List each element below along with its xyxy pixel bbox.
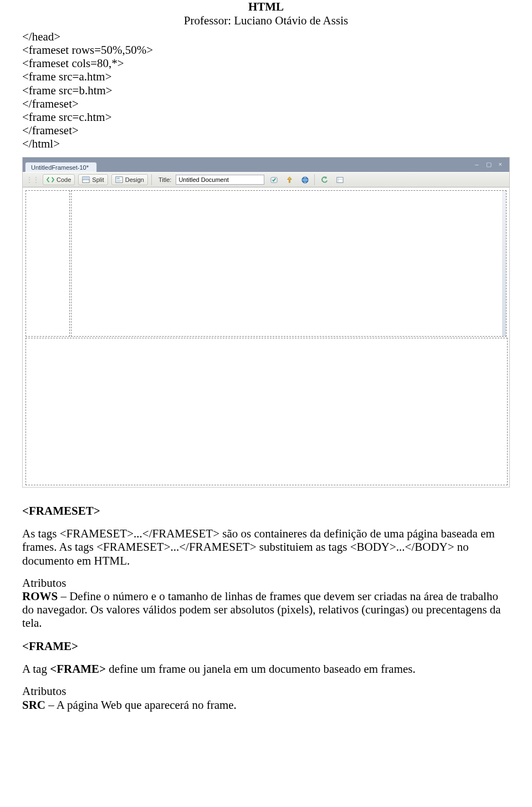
attributes-label: Atributos [22, 576, 66, 590]
view-options-icon [336, 176, 344, 184]
frame-a[interactable] [25, 190, 70, 337]
svg-rect-1 [83, 177, 89, 179]
toolbar: ⋮⋮ Code Split Design Title: [23, 172, 509, 187]
frameset-row-top [25, 190, 507, 337]
frameset-preview [25, 190, 507, 485]
preview-browser-button[interactable] [299, 174, 311, 185]
frame-b[interactable] [71, 190, 507, 337]
code-icon [47, 176, 54, 184]
upload-icon [285, 176, 294, 184]
frame-attributes: Atributos SRC – A página Web que aparece… [22, 684, 510, 711]
document-tab[interactable]: UntitledFrameset-10* [25, 162, 97, 172]
frameset-paragraph-1: As tags <FRAMESET>...</FRAMESET> são os … [22, 527, 510, 567]
frame-p1-c: define um frame ou janela em um document… [106, 662, 416, 676]
frame-paragraph-1: A tag <FRAME> define um frame ou janela … [22, 662, 510, 676]
attributes-label-2: Atributos [22, 684, 66, 698]
window-controls[interactable]: – ▢ × [475, 161, 505, 168]
refresh-icon [320, 176, 329, 184]
page-title: HTML [22, 0, 510, 14]
frame-c[interactable] [25, 338, 508, 485]
design-view-button[interactable]: Design [111, 174, 148, 185]
document-tab-label: UntitledFrameset-10* [31, 164, 89, 171]
rows-text: – Define o número e o tamanho de linhas … [22, 590, 501, 630]
frameset-attributes: Atributos ROWS – Define o número e o tam… [22, 576, 510, 630]
svg-rect-9 [337, 177, 343, 182]
design-view-label: Design [125, 176, 144, 183]
src-text: – A página Web que aparecerá no frame. [45, 698, 237, 712]
code-block: </head> <frameset rows=50%,50%> <framese… [22, 30, 510, 150]
upload-button[interactable] [283, 174, 295, 185]
frameset-heading: <FRAMESET> [22, 504, 510, 518]
svg-rect-3 [116, 177, 122, 183]
svg-rect-6 [116, 181, 120, 182]
split-view-button[interactable]: Split [78, 174, 108, 185]
document-tabbar: UntitledFrameset-10* – ▢ × [23, 158, 509, 172]
check-markup-icon [270, 176, 278, 184]
toolbar-separator-2 [314, 174, 315, 185]
toolbar-grip: ⋮⋮ [26, 176, 39, 184]
section-frame: <FRAME> A tag <FRAME> define um frame ou… [22, 639, 510, 711]
page-subtitle: Professor: Luciano Otávio de Assis [22, 14, 510, 28]
frame-heading: <FRAME> [22, 639, 510, 653]
src-label: SRC [22, 698, 45, 712]
view-options-button[interactable] [334, 174, 346, 185]
code-view-label: Code [57, 176, 71, 183]
split-view-label: Split [92, 176, 104, 183]
refresh-button[interactable] [318, 174, 330, 185]
check-markup-button[interactable] [268, 174, 280, 185]
frame-scrollbar[interactable] [502, 191, 506, 336]
split-icon [82, 176, 90, 184]
document-title-input[interactable] [176, 175, 264, 185]
toolbar-separator [151, 174, 152, 185]
globe-icon [301, 176, 309, 184]
design-icon [115, 176, 123, 184]
page-header: HTML Professor: Luciano Otávio de Assis [22, 0, 510, 28]
rows-label: ROWS [22, 590, 58, 603]
frameset-row-bottom [25, 337, 507, 485]
title-label: Title: [158, 176, 171, 183]
design-canvas[interactable] [23, 187, 509, 487]
frame-p1-b: <FRAME> [50, 662, 106, 676]
section-frameset: <FRAMESET> As tags <FRAMESET>...</FRAMES… [22, 504, 510, 630]
svg-rect-5 [116, 180, 121, 181]
editor-window: UntitledFrameset-10* – ▢ × ⋮⋮ Code Split… [22, 157, 510, 488]
frame-p1-a: A tag [22, 662, 50, 676]
svg-rect-4 [116, 178, 119, 180]
code-view-button[interactable]: Code [43, 174, 75, 185]
